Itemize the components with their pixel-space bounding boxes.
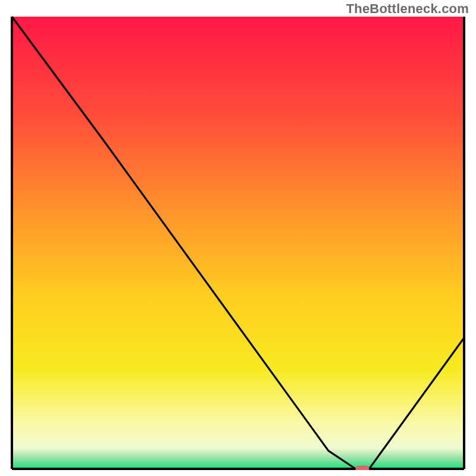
optimum-marker [356, 466, 369, 471]
watermark-text: TheBottleneck.com [346, 1, 469, 17]
bottleneck-chart [11, 15, 465, 470]
chart-frame: TheBottleneck.com [0, 0, 476, 476]
plot-background [12, 17, 464, 469]
